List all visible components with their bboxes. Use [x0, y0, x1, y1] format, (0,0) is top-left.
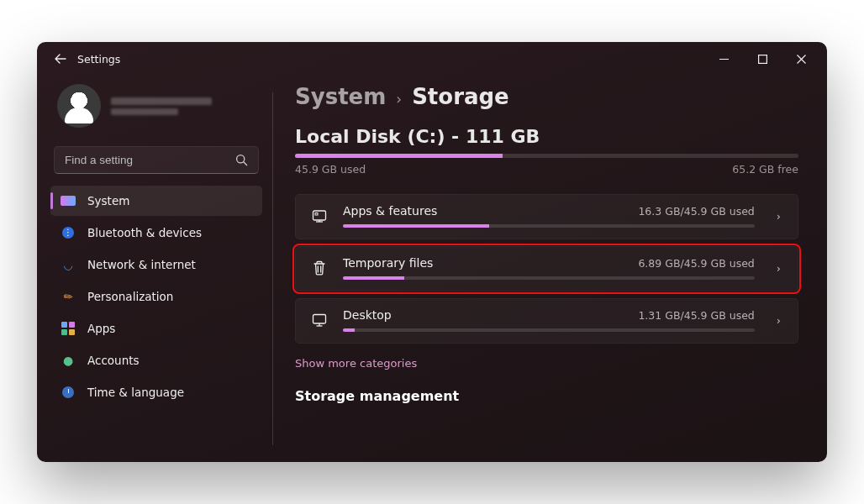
chevron-right-icon: › — [777, 210, 781, 223]
close-icon — [797, 55, 806, 64]
category-bar — [343, 276, 755, 280]
back-button[interactable] — [47, 45, 74, 72]
profile-text — [111, 94, 212, 118]
monitor-icon — [309, 312, 329, 328]
search-input[interactable] — [65, 154, 235, 166]
show-more-categories-link[interactable]: Show more categories — [295, 357, 417, 370]
breadcrumb: System › Storage — [295, 84, 798, 109]
trash-icon — [309, 260, 329, 276]
minimize-button[interactable] — [704, 45, 743, 72]
arrow-left-icon — [54, 52, 67, 66]
nav-item-bluetooth[interactable]: ⋮ Bluetooth & devices — [50, 218, 262, 248]
nav-label: Accounts — [87, 354, 140, 367]
disk-usage-labels: 45.9 GB used 65.2 GB free — [295, 163, 798, 176]
nav-item-system[interactable]: System — [50, 186, 262, 216]
search-box[interactable] — [54, 146, 259, 174]
person-icon: ● — [61, 353, 76, 368]
storage-category-row[interactable]: Desktop1.31 GB/45.9 GB used› — [295, 298, 798, 344]
system-icon — [61, 193, 76, 208]
nav-label: Network & internet — [87, 258, 196, 271]
paintbrush-icon: ✎ — [57, 286, 78, 307]
svg-point-2 — [237, 155, 245, 163]
maximize-icon — [758, 55, 767, 64]
disk-free-label: 65.2 GB free — [732, 163, 798, 176]
category-title: Desktop — [343, 308, 392, 322]
sidebar: System ⋮ Bluetooth & devices ◡ Network &… — [37, 76, 272, 462]
storage-category-row[interactable]: Apps & features16.3 GB/45.9 GB used› — [295, 194, 798, 239]
clock-icon — [61, 385, 76, 400]
svg-rect-1 — [758, 55, 767, 63]
svg-rect-8 — [313, 315, 326, 324]
nav-item-network[interactable]: ◡ Network & internet — [50, 249, 262, 280]
profile-email-blurred — [111, 108, 178, 115]
wifi-icon: ◡ — [61, 257, 76, 272]
apps-icon — [61, 321, 76, 336]
window-controls — [704, 45, 820, 72]
nav-label: System — [87, 194, 129, 207]
category-title: Apps & features — [343, 204, 437, 218]
category-bar — [343, 328, 755, 332]
disk-title: Local Disk (C:) - 111 GB — [295, 126, 798, 147]
maximize-button[interactable] — [743, 45, 782, 72]
nav-item-apps[interactable]: Apps — [50, 313, 262, 344]
breadcrumb-current: Storage — [412, 84, 509, 109]
chevron-right-icon: › — [396, 91, 402, 108]
svg-rect-5 — [315, 213, 318, 216]
category-title: Temporary files — [343, 256, 433, 270]
chevron-right-icon: › — [777, 314, 781, 327]
storage-category-row[interactable]: Temporary files6.89 GB/45.9 GB used› — [295, 246, 798, 291]
nav: System ⋮ Bluetooth & devices ◡ Network &… — [50, 186, 262, 407]
nav-label: Time & language — [87, 386, 184, 399]
minimize-icon — [719, 55, 729, 64]
profile-block[interactable] — [50, 76, 262, 139]
nav-item-accounts[interactable]: ● Accounts — [50, 345, 262, 375]
storage-category-list: Apps & features16.3 GB/45.9 GB used›Temp… — [295, 194, 798, 344]
main-content: System › Storage Local Disk (C:) - 111 G… — [273, 76, 827, 462]
avatar — [57, 84, 101, 128]
nav-label: Apps — [87, 322, 115, 335]
chevron-right-icon: › — [777, 262, 781, 275]
bluetooth-icon: ⋮ — [61, 225, 76, 240]
svg-line-3 — [244, 162, 247, 165]
apps-icon — [309, 207, 329, 224]
disk-usage-fill — [295, 154, 503, 158]
category-usage: 1.31 GB/45.9 GB used — [638, 309, 754, 322]
breadcrumb-parent[interactable]: System — [295, 84, 386, 109]
titlebar: Settings — [37, 42, 827, 76]
search-icon — [235, 154, 248, 166]
disk-usage-bar — [295, 154, 798, 158]
nav-label: Personalization — [87, 290, 173, 303]
window-title: Settings — [77, 53, 120, 66]
category-usage: 16.3 GB/45.9 GB used — [638, 205, 754, 218]
category-bar — [343, 224, 755, 228]
nav-label: Bluetooth & devices — [87, 226, 202, 239]
disk-used-label: 45.9 GB used — [295, 163, 366, 176]
nav-item-time[interactable]: Time & language — [50, 377, 262, 407]
profile-name-blurred — [111, 97, 212, 105]
nav-item-personalization[interactable]: ✎ Personalization — [50, 281, 262, 312]
settings-window: Settings System — [37, 42, 827, 462]
storage-management-heading: Storage management — [295, 388, 798, 404]
category-usage: 6.89 GB/45.9 GB used — [638, 257, 754, 270]
close-button[interactable] — [782, 45, 820, 72]
